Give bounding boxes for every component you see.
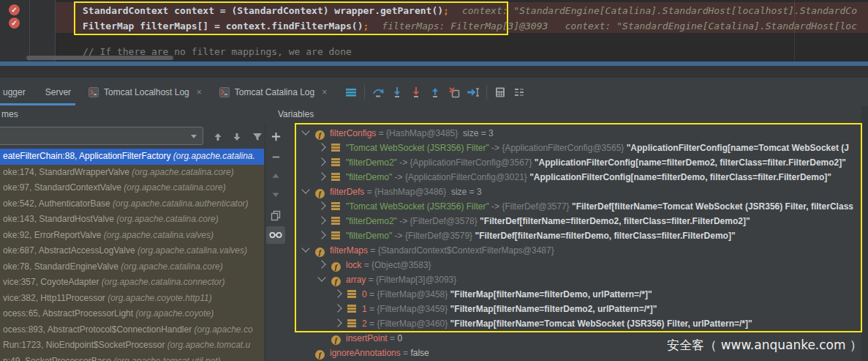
step-into-button[interactable] xyxy=(390,86,404,99)
object-reference: {ApplicationFilterConfig@3565} xyxy=(502,143,624,153)
frame-location: oke:92, ErrorReportValve xyxy=(3,230,104,240)
chevron-right-icon[interactable] xyxy=(317,260,325,268)
frame-package: (org.apache.coyote.http11) xyxy=(107,293,212,303)
entry-key: "filterDemo2" xyxy=(346,216,397,226)
object-reference: {FilterMap@3458} xyxy=(377,289,448,299)
chevron-right-icon[interactable] xyxy=(333,319,341,327)
stack-frame-row[interactable]: ocess:65, AbstractProcessorLight (org.ap… xyxy=(0,306,264,322)
step-out-button[interactable] xyxy=(429,86,442,99)
thread-selector-dropdown[interactable]: "http-nio-8081-exec...oup "main": RUNNIN… xyxy=(0,127,203,145)
filter-frames-button[interactable] xyxy=(250,130,265,144)
close-icon[interactable]: × xyxy=(197,88,202,97)
chevron-right-icon[interactable] xyxy=(317,201,325,209)
tab-tomcat-catalina-log[interactable]: Tomcat Catalina Log× xyxy=(219,79,327,105)
add-watch-button[interactable] xyxy=(268,128,284,144)
tab-debugger[interactable]: ugger xyxy=(1,79,27,105)
horizontal-scrollbar[interactable] xyxy=(26,56,173,60)
stack-frame-row[interactable]: vice:357, CoyoteAdapter (org.apache.cata… xyxy=(0,275,264,291)
evaluate-expression-button[interactable] xyxy=(494,86,507,99)
frame-location: ocess:893, AbstractProtocol$ConnectionHa… xyxy=(3,324,195,335)
chevron-right-icon[interactable] xyxy=(317,231,325,239)
operator: -> xyxy=(392,172,405,182)
variables-scrollbar-track[interactable] xyxy=(861,106,868,361)
variable-value: "FilterDef[filterName=filterDemo2, filte… xyxy=(478,216,750,226)
stack-frame-row[interactable]: oke:143, StandardHostValve (org.apache.c… xyxy=(0,212,264,228)
chevron-right-icon[interactable] xyxy=(317,216,325,224)
move-frame-up-button[interactable] xyxy=(211,130,225,144)
operator: = xyxy=(366,275,376,285)
show-watches-button[interactable] xyxy=(266,226,285,244)
object-reference: {StandardContext$ContextFilterMaps@3487} xyxy=(378,245,554,256)
move-watch-up-button[interactable] xyxy=(268,168,284,184)
tab-tomcat-localhost-log[interactable]: Tomcat Localhost Log× xyxy=(88,79,202,105)
breakpoint-icon[interactable] xyxy=(9,4,20,15)
stack-frame-row[interactable]: eateFilterChain:88, ApplicationFilterFac… xyxy=(0,149,264,165)
frame-location: vice:382, Http11Processor xyxy=(3,293,107,303)
duplicate-watch-button[interactable] xyxy=(268,207,284,223)
layout-settings-button[interactable] xyxy=(513,86,526,99)
stack-frame-row[interactable]: oke:78, StandardEngineValve (org.apache.… xyxy=(0,259,264,275)
move-watch-down-button[interactable] xyxy=(268,187,284,203)
gutter-divider xyxy=(29,0,30,62)
chevron-right-icon[interactable] xyxy=(317,157,325,165)
chevron-down-icon xyxy=(191,135,197,138)
toolbar-separator xyxy=(364,85,365,100)
code-editor[interactable]: // If there are no filter mappings, we a… xyxy=(0,0,868,62)
frame-location: oke:542, AuthenticatorBase xyxy=(3,198,113,209)
stack-frame-row[interactable]: Run:1723, NioEndpoint$SocketProcessor (o… xyxy=(0,338,264,354)
chevron-down-icon[interactable] xyxy=(301,244,309,252)
view-menu-button[interactable] xyxy=(344,86,358,99)
map-entry-icon xyxy=(331,173,340,181)
chevron-right-icon[interactable] xyxy=(317,172,325,180)
object-reference: {HashMap@3486} xyxy=(374,187,446,197)
close-icon[interactable]: × xyxy=(322,88,327,97)
chevron-down-icon[interactable] xyxy=(301,185,309,193)
stack-frame-row[interactable]: ocess:893, AbstractProtocol$ConnectionHa… xyxy=(0,322,264,338)
stack-frame-row[interactable]: oke:542, AuthenticatorBase (org.apache.c… xyxy=(0,196,264,212)
stack-frame-row[interactable]: oke:687, AbstractAccessLogValve (org.apa… xyxy=(0,243,264,259)
frames-variables-divider[interactable] xyxy=(265,123,265,361)
frame-package: (org.apache.catalina.valves) xyxy=(104,230,214,240)
object-reference: {FilterMap@3459} xyxy=(377,304,448,314)
console-icon xyxy=(219,87,230,97)
run-to-cursor-button[interactable] xyxy=(467,86,480,99)
step-over-button[interactable] xyxy=(371,86,385,99)
force-step-into-button[interactable] xyxy=(410,86,423,99)
field-icon xyxy=(315,189,325,198)
stack-frame-row[interactable]: oke:174, StandardWrapperValve (org.apach… xyxy=(0,165,264,181)
operator: = xyxy=(361,260,371,270)
chevron-right-icon[interactable] xyxy=(333,304,341,312)
frame-location: vice:357, CoyoteAdapter xyxy=(3,277,102,287)
variable-value: "FilterMap[filterName=filterDemo, urlPat… xyxy=(448,289,652,299)
frame-package: (org.apache.catalina. xyxy=(173,151,255,161)
frame-location: oke:687, AbstractAccessLogValve xyxy=(3,245,137,256)
variable-name: filterDefs xyxy=(330,187,364,197)
chevron-right-icon[interactable] xyxy=(317,143,325,151)
entry-key: "filterDemo" xyxy=(346,172,392,182)
map-entry-icon xyxy=(347,305,356,313)
chevron-right-icon[interactable] xyxy=(333,289,341,297)
variable-name: lock xyxy=(346,260,361,270)
stack-frame-row[interactable]: n:49, SocketProcessorBase (org.apache.to… xyxy=(0,354,264,361)
move-frame-down-button[interactable] xyxy=(230,130,244,144)
variable-value: "ApplicationFilterConfig[name=Tomcat Web… xyxy=(624,143,849,153)
chevron-down-icon[interactable] xyxy=(317,273,325,281)
toolbar-separator xyxy=(486,85,487,100)
code-text: FilterMap filterMaps[] = context.findFil… xyxy=(83,21,363,31)
drop-frame-button[interactable] xyxy=(448,86,461,99)
tab-server[interactable]: Server xyxy=(44,79,72,105)
remove-watch-button[interactable] xyxy=(268,149,284,165)
primitive-value: 0 xyxy=(397,333,402,343)
stack-frame-row[interactable]: oke:97, StandardContextValve (org.apache… xyxy=(0,180,264,196)
active-tab-underline xyxy=(0,103,75,105)
frame-location: ocess:65, AbstractProcessorLight xyxy=(3,308,135,319)
breakpoint-icon[interactable] xyxy=(9,18,20,29)
stack-frame-row[interactable]: vice:382, Http11Processor (org.apache.co… xyxy=(0,291,264,307)
stack-frame-row[interactable]: oke:92, ErrorReportValve (org.apache.cat… xyxy=(0,228,264,244)
array-index: 1 xyxy=(362,304,367,314)
chevron-down-icon[interactable] xyxy=(301,127,309,135)
array-index: 0 xyxy=(362,289,367,299)
panel-gap xyxy=(0,66,868,78)
frame-location: oke:97, StandardContextValve xyxy=(3,182,124,193)
debugger-toolbar xyxy=(341,85,529,100)
